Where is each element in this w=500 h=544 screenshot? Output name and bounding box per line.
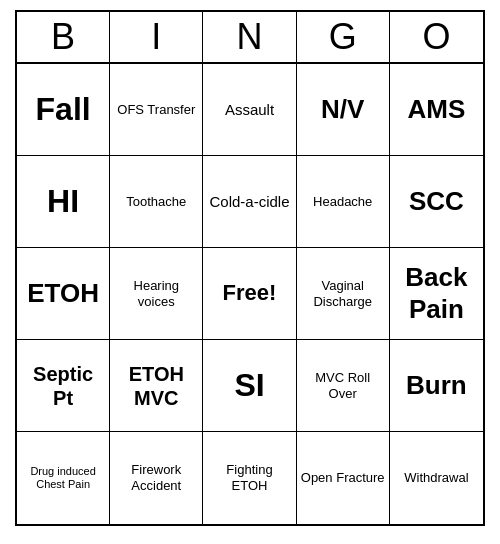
cell-text: Firework Accident [114, 462, 198, 493]
cell-text: SI [234, 366, 264, 404]
bingo-cell: Toothache [110, 156, 203, 248]
bingo-cell: Assault [203, 64, 296, 156]
header-N: N [203, 12, 296, 62]
bingo-grid: FallOFS TransferAssaultN/VAMSHIToothache… [17, 64, 483, 524]
cell-text: Toothache [126, 194, 186, 210]
cell-text: ETOH [27, 278, 99, 309]
cell-text: AMS [408, 94, 466, 125]
bingo-cell: Back Pain [390, 248, 483, 340]
cell-text: ETOH MVC [114, 362, 198, 410]
bingo-cell: ETOH MVC [110, 340, 203, 432]
bingo-cell: Fighting ETOH [203, 432, 296, 524]
cell-text: Fall [36, 90, 91, 128]
cell-text: Burn [406, 370, 467, 401]
bingo-cell: Septic Pt [17, 340, 110, 432]
cell-text: OFS Transfer [117, 102, 195, 118]
bingo-cell: Burn [390, 340, 483, 432]
cell-text: SCC [409, 186, 464, 217]
cell-text: Withdrawal [404, 470, 468, 486]
bingo-cell: N/V [297, 64, 390, 156]
cell-text: Fighting ETOH [207, 462, 291, 493]
bingo-cell: SCC [390, 156, 483, 248]
bingo-cell: Hearing voices [110, 248, 203, 340]
cell-text: Hearing voices [114, 278, 198, 309]
bingo-cell: Free! [203, 248, 296, 340]
header-B: B [17, 12, 110, 62]
cell-text: Open Fracture [301, 470, 385, 486]
bingo-cell: Firework Accident [110, 432, 203, 524]
bingo-cell: Cold-a-cidle [203, 156, 296, 248]
bingo-header: BINGO [17, 12, 483, 64]
bingo-cell: HI [17, 156, 110, 248]
bingo-cell: Vaginal Discharge [297, 248, 390, 340]
cell-text: MVC Roll Over [301, 370, 385, 401]
header-I: I [110, 12, 203, 62]
cell-text: Free! [223, 280, 277, 306]
bingo-cell: Withdrawal [390, 432, 483, 524]
bingo-cell: AMS [390, 64, 483, 156]
cell-text: Assault [225, 101, 274, 119]
bingo-cell: OFS Transfer [110, 64, 203, 156]
cell-text: HI [47, 182, 79, 220]
bingo-cell: Headache [297, 156, 390, 248]
bingo-cell: MVC Roll Over [297, 340, 390, 432]
cell-text: N/V [321, 94, 364, 125]
header-G: G [297, 12, 390, 62]
bingo-cell: ETOH [17, 248, 110, 340]
cell-text: Cold-a-cidle [209, 193, 289, 211]
cell-text: Septic Pt [21, 362, 105, 410]
header-O: O [390, 12, 483, 62]
bingo-card: BINGO FallOFS TransferAssaultN/VAMSHIToo… [15, 10, 485, 526]
bingo-cell: Fall [17, 64, 110, 156]
bingo-cell: Drug induced Chest Pain [17, 432, 110, 524]
cell-text: Headache [313, 194, 372, 210]
bingo-cell: SI [203, 340, 296, 432]
cell-text: Drug induced Chest Pain [21, 465, 105, 491]
bingo-cell: Open Fracture [297, 432, 390, 524]
cell-text: Vaginal Discharge [301, 278, 385, 309]
cell-text: Back Pain [394, 262, 479, 324]
